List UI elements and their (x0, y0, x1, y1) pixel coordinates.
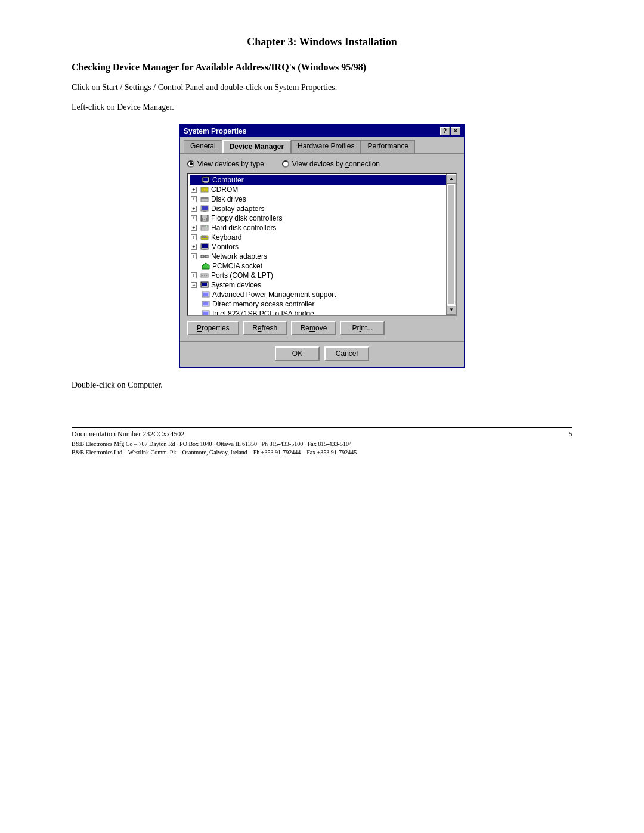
list-item-label: Keyboard (211, 233, 242, 241)
chapter-title: Chapter 3: Windows Installation (72, 36, 572, 48)
print-button[interactable]: Print... (340, 321, 385, 335)
ports-icon (200, 272, 209, 279)
list-item-label: PCMCIA socket (212, 262, 262, 270)
list-item[interactable]: − System devices (190, 280, 454, 290)
instruction-3: Double-click on Computer. (72, 379, 572, 391)
list-item-label: Disk drives (211, 195, 246, 203)
svg-rect-37 (203, 293, 208, 296)
radio-by-type-btn[interactable] (187, 160, 194, 168)
radio-by-connection-btn[interactable] (282, 160, 289, 168)
keyboard-icon (200, 234, 209, 241)
svg-rect-18 (202, 236, 203, 237)
refresh-button[interactable]: Refresh (243, 321, 287, 335)
list-item[interactable]: PCMCIA socket (190, 261, 454, 271)
dialog-content: View devices by type View devices by con… (180, 154, 464, 341)
scrollbar[interactable]: ▲ ▼ (446, 174, 456, 315)
list-item[interactable]: Intel 82371SB PCI to ISA bridge (190, 309, 454, 315)
svg-rect-41 (203, 312, 208, 315)
properties-button[interactable]: Properties (187, 321, 239, 335)
titlebar-buttons: ? × (440, 127, 460, 135)
expand-icon[interactable]: + (191, 253, 197, 259)
expand-icon[interactable]: + (191, 234, 197, 240)
list-item[interactable]: Computer (190, 175, 454, 185)
expand-icon[interactable]: + (191, 225, 197, 231)
svg-marker-28 (202, 263, 209, 269)
doc-number: Documentation Number 232CCxx4502 (72, 430, 184, 439)
expand-icon[interactable]: + (191, 206, 197, 212)
list-item[interactable]: + Keyboard (190, 233, 454, 242)
list-item-label: Ports (COM & LPT) (211, 271, 273, 280)
list-item-label: Display adapters (211, 205, 264, 213)
help-button[interactable]: ? (440, 127, 450, 135)
pci-isa-icon (202, 310, 210, 315)
svg-rect-21 (202, 237, 208, 238)
list-item-label: Floppy disk controllers (211, 214, 282, 222)
page-number: 5 (569, 430, 572, 439)
expand-icon[interactable]: + (191, 187, 197, 193)
svg-point-30 (202, 275, 203, 276)
dialog-titlebar: System Properties ? × (180, 125, 464, 137)
expand-icon[interactable]: + (191, 272, 197, 278)
monitor-icon (200, 243, 209, 250)
radio-by-type-label: View devices by type (197, 160, 264, 168)
pcmcia-icon (202, 262, 210, 270)
floppy-icon (200, 215, 209, 222)
list-item[interactable]: + Hard disk controllers (190, 223, 454, 233)
list-item[interactable]: + Disk drives (190, 194, 454, 204)
list-item[interactable]: + Floppy disk controllers (190, 213, 454, 223)
svg-point-32 (206, 275, 207, 276)
svg-rect-35 (203, 287, 206, 288)
system-icon (200, 281, 209, 289)
svg-rect-20 (205, 236, 206, 237)
tab-performance[interactable]: Performance (361, 140, 415, 153)
svg-rect-2 (204, 182, 208, 183)
list-item[interactable]: + Network adapters (190, 252, 454, 261)
svg-rect-8 (202, 206, 208, 210)
svg-rect-6 (201, 197, 208, 199)
tab-general[interactable]: General (184, 140, 222, 153)
list-item-label: Network adapters (211, 252, 267, 261)
dma-icon (202, 301, 210, 308)
radio-by-connection[interactable]: View devices by connection (282, 160, 380, 168)
list-item[interactable]: + Display adapters (190, 204, 454, 213)
expand-icon[interactable]: + (191, 196, 197, 202)
list-item[interactable]: Direct memory access controller (190, 299, 454, 309)
expand-icon[interactable]: + (191, 244, 197, 250)
collapse-icon[interactable]: − (191, 282, 197, 288)
network-icon (200, 253, 209, 260)
ok-button[interactable]: OK (275, 346, 320, 361)
radio-by-type[interactable]: View devices by type (187, 160, 264, 168)
cancel-button[interactable]: Cancel (324, 346, 369, 361)
radio-by-connection-label: View devices by connection (292, 160, 380, 168)
device-list: Computer + CDROM + (188, 174, 456, 315)
apm-icon (202, 291, 210, 298)
list-item[interactable]: + Monitors (190, 242, 454, 252)
scrollbar-up[interactable]: ▲ (447, 174, 456, 184)
harddisk-icon (200, 224, 209, 231)
svg-rect-23 (202, 244, 208, 248)
tab-device-manager[interactable]: Device Manager (222, 140, 291, 153)
computer-icon (202, 176, 210, 184)
footer-line1: Documentation Number 232CCxx4502 5 (72, 430, 572, 439)
tab-hardware-profiles[interactable]: Hardware Profiles (291, 140, 361, 153)
instruction-2: Left-click on Device Manager. (72, 101, 572, 113)
list-item[interactable]: Advanced Power Management support (190, 290, 454, 299)
footer-address2: B&B Electronics Ltd – Westlink Comm. Pk … (72, 448, 572, 457)
close-button[interactable]: × (451, 127, 460, 135)
dialog-footer: OK Cancel (180, 341, 464, 367)
svg-rect-25 (201, 255, 204, 258)
list-item-label: Advanced Power Management support (212, 290, 336, 299)
list-item[interactable]: + CDROM (190, 185, 454, 194)
scrollbar-down[interactable]: ▼ (447, 305, 456, 315)
action-buttons: Properties Refresh Remove Print... (187, 321, 457, 335)
svg-rect-11 (202, 215, 207, 218)
svg-point-13 (204, 219, 205, 220)
expand-icon[interactable]: + (191, 215, 197, 221)
instruction-1: Click on Start / Settings / Control Pane… (72, 81, 572, 94)
svg-rect-19 (203, 236, 205, 237)
scrollbar-thumb[interactable] (447, 184, 455, 305)
remove-button[interactable]: Remove (291, 321, 337, 335)
svg-rect-39 (203, 302, 208, 305)
list-item[interactable]: + Ports (COM & LPT) (190, 271, 454, 280)
svg-rect-1 (203, 178, 208, 181)
